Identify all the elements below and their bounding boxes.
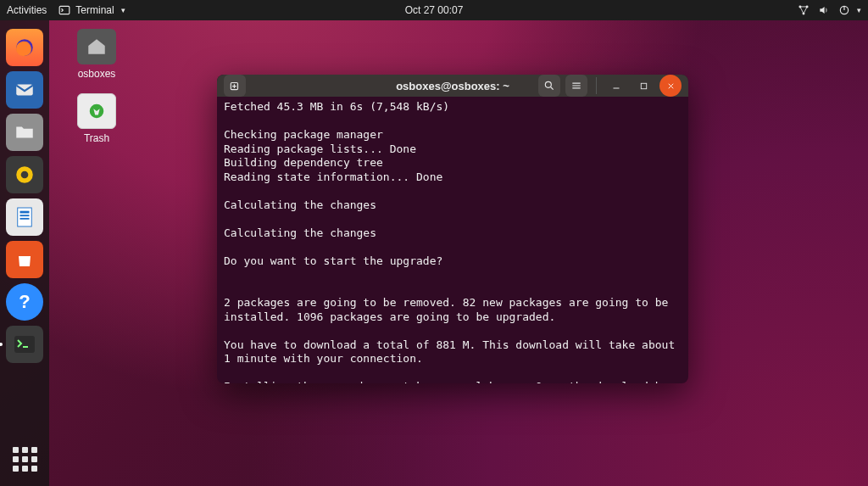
home-folder-icon xyxy=(77,29,116,64)
dock-help[interactable]: ? xyxy=(6,283,43,321)
dock-firefox[interactable] xyxy=(6,29,43,66)
new-tab-button[interactable] xyxy=(224,75,246,97)
desktop-trash-label: Trash xyxy=(61,132,132,144)
svg-rect-10 xyxy=(18,208,32,226)
network-indicator[interactable] xyxy=(798,4,810,16)
network-icon xyxy=(798,4,810,16)
trash-icon xyxy=(77,93,116,129)
terminal-window: osboxes@osboxes: ~ Fetched 45.3 MB in 6s… xyxy=(217,75,688,383)
svg-point-19 xyxy=(545,81,551,87)
svg-rect-25 xyxy=(641,83,646,88)
svg-rect-13 xyxy=(20,218,30,220)
svg-point-9 xyxy=(21,171,29,179)
power-indicator[interactable]: ▾ xyxy=(838,4,861,16)
window-title: osboxes@osboxes: ~ xyxy=(396,80,509,92)
firefox-icon xyxy=(14,36,36,59)
dock-thunderbird[interactable] xyxy=(6,71,43,109)
maximize-icon xyxy=(639,81,648,91)
shopping-bag-icon xyxy=(14,249,35,270)
menu-button[interactable] xyxy=(565,75,587,97)
volume-indicator[interactable] xyxy=(818,4,830,16)
activities-button[interactable]: Activities xyxy=(7,4,47,16)
volume-icon xyxy=(818,4,830,16)
active-app-menu[interactable]: Terminal ▾ xyxy=(58,4,125,16)
terminal-body[interactable]: Fetched 45.3 MB in 6s (7,548 kB/s) Check… xyxy=(217,97,688,383)
active-app-label: Terminal xyxy=(75,4,114,16)
search-icon xyxy=(543,80,555,92)
desktop-trash[interactable]: Trash xyxy=(61,93,132,144)
dock-software[interactable] xyxy=(6,241,43,278)
desktop-home-folder[interactable]: osboxes xyxy=(61,29,132,80)
speaker-icon xyxy=(14,164,36,186)
help-icon: ? xyxy=(19,291,30,313)
dock-files[interactable] xyxy=(6,114,43,151)
mail-icon xyxy=(14,79,36,101)
svg-line-20 xyxy=(551,87,554,90)
clock[interactable]: Oct 27 00:07 xyxy=(405,4,464,16)
svg-rect-11 xyxy=(20,211,30,214)
titlebar-divider xyxy=(596,77,597,94)
hamburger-icon xyxy=(570,80,582,92)
dock: ? xyxy=(0,20,49,486)
terminal-output: Fetched 45.3 MB in 6s (7,548 kB/s) Check… xyxy=(224,100,682,383)
svg-rect-12 xyxy=(20,215,30,216)
desktop-home-label: osboxes xyxy=(61,68,132,80)
terminal-icon xyxy=(14,336,35,353)
minimize-button[interactable] xyxy=(605,75,627,97)
dock-writer[interactable] xyxy=(6,198,43,236)
dock-terminal[interactable] xyxy=(6,326,43,363)
apps-grid-icon xyxy=(13,447,37,472)
folder-icon xyxy=(14,121,36,143)
terminal-icon xyxy=(58,4,70,16)
dropdown-caret-icon: ▾ xyxy=(857,6,861,14)
power-icon xyxy=(838,4,850,16)
top-bar: Activities Terminal ▾ Oct 27 00:07 ▾ xyxy=(0,0,868,20)
close-button[interactable] xyxy=(659,75,682,97)
close-icon xyxy=(666,81,676,91)
new-tab-icon xyxy=(229,80,241,92)
svg-rect-0 xyxy=(60,6,70,14)
svg-rect-14 xyxy=(14,336,35,353)
activities-label: Activities xyxy=(7,4,47,16)
dropdown-caret-icon: ▾ xyxy=(121,6,125,14)
document-icon xyxy=(15,206,34,228)
show-applications[interactable] xyxy=(6,440,43,478)
dock-rhythmbox[interactable] xyxy=(6,156,43,193)
minimize-icon xyxy=(611,81,621,91)
maximize-button[interactable] xyxy=(632,75,654,97)
clock-text: Oct 27 00:07 xyxy=(405,4,464,16)
window-titlebar[interactable]: osboxes@osboxes: ~ xyxy=(217,75,688,97)
search-button[interactable] xyxy=(538,75,560,97)
